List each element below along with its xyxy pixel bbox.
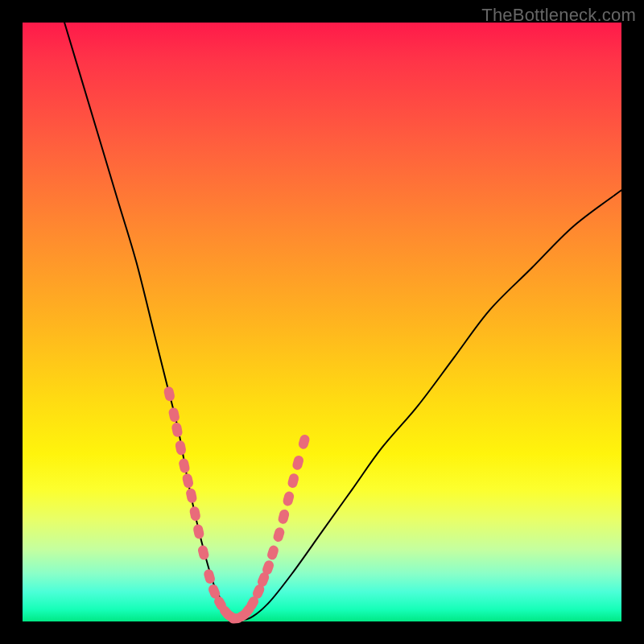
benchmark-dot: [291, 455, 304, 472]
benchmark-dot: [277, 509, 290, 525]
benchmark-dot: [266, 544, 279, 561]
benchmark-dot: [181, 473, 194, 489]
benchmark-dot: [163, 386, 175, 402]
chart-svg: [23, 23, 621, 621]
benchmark-dot: [189, 506, 201, 522]
benchmark-dot: [282, 490, 295, 506]
benchmark-dot: [171, 422, 183, 438]
bottleneck-curve: [64, 23, 621, 620]
benchmark-dot: [178, 457, 191, 473]
benchmark-dot: [175, 440, 187, 456]
benchmark-dot: [185, 488, 198, 504]
benchmark-dot: [272, 526, 286, 543]
benchmark-dot: [203, 568, 216, 585]
benchmark-dot: [197, 544, 210, 560]
chart-gradient-background: [23, 23, 621, 621]
benchmark-dot: [167, 407, 180, 423]
watermark-text: TheBottleneck.com: [481, 5, 636, 26]
benchmark-dot: [192, 523, 205, 539]
benchmark-dots-group: [163, 386, 310, 625]
benchmark-dot: [297, 433, 310, 450]
benchmark-dot: [287, 473, 299, 489]
